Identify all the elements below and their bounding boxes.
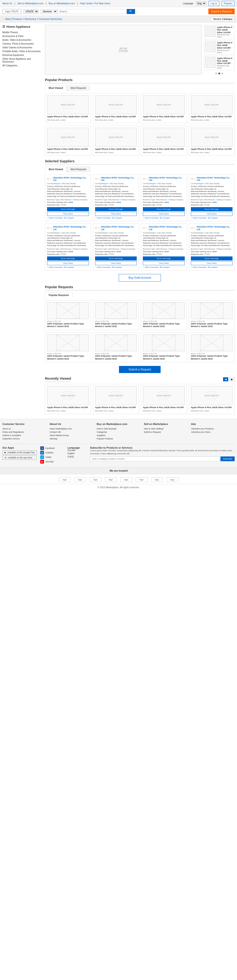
sidebar-item-audio-video[interactable]: Audio, Video & Accessories: [2, 38, 43, 42]
add-favorites-link[interactable]: ☆ Add to Favorites: [143, 266, 159, 268]
add-favorites-link[interactable]: ☆ Add to Favorites: [95, 266, 111, 268]
chat-online-button[interactable]: Chat Online: [143, 261, 185, 265]
language-select[interactable]: Eng Rus: [196, 1, 206, 6]
tab-suppliers-most-requests[interactable]: Most Requests: [67, 167, 90, 172]
footer-link-item[interactable]: Inspection Service: [2, 437, 46, 440]
product-card[interactable]: photo 230x230 Apple iPhone 6 Plus 16GB S…: [189, 126, 235, 156]
compare-link[interactable]: ⊞ Compare: [112, 217, 122, 219]
breadcrumb-consumer-electronics[interactable]: Consumer Electronics: [39, 18, 62, 21]
submit-request-large-button[interactable]: Submit a Request: [119, 366, 160, 373]
chat-online-button[interactable]: Chat Online: [143, 212, 185, 216]
send-message-button[interactable]: Send a Message: [143, 207, 185, 211]
dot-1[interactable]: [215, 73, 217, 75]
sidebar-item-portable-audio[interactable]: Portable Audio, Video & Accessories: [2, 49, 43, 53]
compare-link[interactable]: ⊞ Compare: [208, 217, 218, 219]
add-favorites-link[interactable]: ☆ Add to Favorites: [47, 266, 63, 268]
rv-product-card[interactable]: photo 230x230 Apple iPhone 6 Plus 16GB S…: [45, 384, 91, 414]
chat-online-button[interactable]: Chat Online: [47, 212, 89, 216]
chat-online-button[interactable]: Chat Online: [95, 261, 137, 265]
send-message-button[interactable]: Send a Message: [95, 256, 137, 261]
send-message-button[interactable]: Send a Message: [143, 256, 185, 261]
footer-link-item[interactable]: Popular Products: [97, 437, 140, 440]
dot-3[interactable]: [221, 73, 223, 75]
footer-link-item[interactable]: Submit a Request: [144, 430, 187, 433]
sell-link[interactable]: Sell on Marketplace.com: [17, 2, 44, 5]
footer-link-item[interactable]: Policy and Regulations: [2, 430, 46, 433]
tab-most-required[interactable]: Most Required: [67, 85, 90, 91]
tab-suppliers-most-viewed[interactable]: Most Viewed: [45, 167, 67, 172]
request-card[interactable]: photo 230x230 100% Polyester Jacket Prod…: [93, 300, 139, 330]
footer-link-item[interactable]: Suppliers: [97, 433, 140, 437]
product-card[interactable]: photo 230x230 Apple iPhone 6 Plus 16GB S…: [93, 93, 139, 123]
right-product-item[interactable]: Apple iPhone 6 Plus 16GB Silver UACRF 50…: [204, 25, 235, 39]
tab-most-viewed[interactable]: Most Viewed: [45, 85, 67, 91]
supplier-name[interactable]: Shenzhen RTDC Technology Co., Ltd.: [197, 226, 233, 231]
buy-gold-button[interactable]: Buy Gold Account: [119, 274, 161, 282]
sidebar-item-other[interactable]: Other Home Appliance and Electronics: [2, 57, 43, 64]
app-store-button[interactable]: ⊕ Available on the App store: [2, 455, 37, 460]
compare-link[interactable]: ⊞ Compare: [160, 217, 170, 219]
tab-popular-requests[interactable]: Popular Requests: [45, 293, 73, 298]
search-input[interactable]: [57, 9, 127, 14]
compare-link[interactable]: ⊞ Compare: [160, 266, 170, 268]
footer-link-item[interactable]: About Market Group: [49, 433, 93, 437]
lang-russian[interactable]: Русский: [67, 449, 86, 452]
compare-link[interactable]: ⊞ Compare: [112, 266, 122, 268]
linkedin-link[interactable]: in LinkedIn: [40, 451, 64, 455]
supplier-name[interactable]: Shenzhen RTDC Technology Co., Ltd.: [149, 226, 185, 231]
right-product-item[interactable]: Apple iPhone 6 Plus 16GB Silver UACRF 50…: [204, 40, 235, 54]
supplier-name[interactable]: Shenzhen RTDC Technology Co., Ltd.: [101, 226, 137, 231]
footer-link-item[interactable]: Sitemap: [49, 437, 93, 440]
prev-arrow[interactable]: ◀: [223, 377, 228, 381]
add-favorites-link[interactable]: ☆ Add to Favorites: [143, 217, 159, 219]
breadcrumb-electronics[interactable]: Electronics: [25, 18, 36, 21]
register-button[interactable]: Register: [222, 1, 235, 6]
next-arrow[interactable]: ▶: [229, 377, 235, 381]
rv-product-card[interactable]: photo 230x230 Apple iPhone 6 Plus 16GB S…: [141, 384, 187, 414]
size-select[interactable]: 170x70: [23, 9, 39, 14]
request-card[interactable]: photo 230x230 100% Polyester Jacket Prod…: [189, 332, 235, 363]
product-card[interactable]: photo 230x230 Apple iPhone 6 Plus 16GB S…: [45, 93, 91, 123]
submit-request-button[interactable]: Submit a Request: [209, 8, 235, 14]
supplier-name[interactable]: Shenzhen RTDC Technology Co., Ltd.: [101, 177, 137, 182]
chat-online-button[interactable]: Chat Online: [47, 261, 89, 265]
add-favorites-link[interactable]: ☆ Add to Favorites: [191, 217, 207, 219]
compare-link[interactable]: ⊞ Compare: [208, 266, 218, 268]
add-favorites-link[interactable]: ☆ Add to Favorites: [191, 266, 207, 268]
request-card[interactable]: photo 230x230 100% Polyester Jacket Prod…: [141, 332, 187, 363]
product-card[interactable]: photo 230x230 Apple iPhone 6 Plus 16GB S…: [189, 93, 235, 123]
help-link[interactable]: Help Center / For New Users: [80, 2, 111, 5]
supplier-name[interactable]: Shenzhen RTDC Technology Co., Ltd.: [53, 177, 89, 182]
footer-link-item[interactable]: Categories: [97, 430, 140, 433]
footer-link-item[interactable]: About Marketplace.com: [49, 427, 93, 430]
search-button[interactable]: 🔍: [127, 9, 135, 14]
product-card[interactable]: photo 230x230 Apple iPhone 6 Plus 16GB S…: [141, 93, 187, 123]
supplier-name[interactable]: Shenzhen RTDC Technology Co., Ltd.: [149, 177, 185, 182]
product-card[interactable]: photo 230x230 Apple iPhone 6 Plus 16GB S…: [45, 126, 91, 156]
send-message-button[interactable]: Send a Message: [47, 207, 89, 211]
buy-link[interactable]: Buy on Marketplace.com: [49, 2, 75, 5]
search-category-select[interactable]: Services: [40, 9, 57, 14]
sidebar-item-accessories-parts[interactable]: Accessories & Parts: [2, 34, 43, 38]
footer-link-item[interactable]: About us: [2, 427, 46, 430]
about-us-link[interactable]: About Us: [2, 2, 12, 5]
compare-link[interactable]: ⊞ Compare: [64, 217, 74, 219]
request-card[interactable]: photo 230x230 100% Polyester Jacket Prod…: [45, 332, 91, 363]
facebook-link[interactable]: f Facebook: [40, 446, 64, 450]
subscribe-button[interactable]: Subscribe: [220, 457, 235, 461]
sidebar-item-camera[interactable]: Camera, Photo & Accessories: [2, 42, 43, 46]
product-card[interactable]: photo 230x230 Apple iPhone 6 Plus 16GB S…: [141, 126, 187, 156]
google-play-button[interactable]: ▶ Available on the Google Play: [2, 450, 37, 455]
supplier-name[interactable]: Shenzhen RTDC Technology Co., Ltd.: [197, 177, 233, 182]
add-favorites-link[interactable]: ☆ Add to Favorites: [95, 217, 111, 219]
chat-online-button[interactable]: Chat Online: [191, 212, 233, 216]
login-button[interactable]: Log in: [209, 1, 219, 6]
footer-link-item[interactable]: Advertise your Products: [191, 427, 235, 430]
product-card[interactable]: photo 230x230 Apple iPhone 6 Plus 16GB S…: [93, 126, 139, 156]
rv-product-card[interactable]: photo 230x230 Apple iPhone 6 Plus 16GB S…: [93, 384, 139, 414]
subscribe-input[interactable]: [90, 457, 219, 461]
rv-product-card[interactable]: photo 230x230 Apple iPhone 6 Plus 16GB S…: [189, 384, 235, 414]
chat-online-button[interactable]: Chat Online: [95, 212, 137, 216]
chat-online-button[interactable]: Chat Online: [191, 261, 233, 265]
sidebar-item-mobile-phones[interactable]: Mobile Phones: [2, 30, 43, 34]
